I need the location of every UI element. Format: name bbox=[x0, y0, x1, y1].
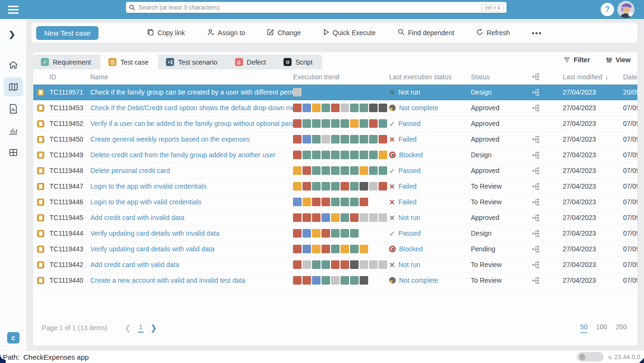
search-input[interactable] bbox=[138, 4, 481, 11]
find-dependent-button[interactable]: Find dependent bbox=[398, 29, 454, 37]
column-header-last-modified[interactable]: Last modified↓ bbox=[563, 73, 623, 81]
sidebar-item-reports[interactable] bbox=[4, 99, 23, 118]
table-row[interactable]: TC1119447Login to the app with invalid c… bbox=[33, 179, 637, 194]
table-row[interactable]: TC1119448Delete personal credit card✓Pas… bbox=[33, 163, 637, 179]
column-header-last-execution-status[interactable]: Last execution status bbox=[389, 73, 471, 81]
hierarchy-cell[interactable] bbox=[532, 151, 563, 159]
tab-test-scenario[interactable]: Test scenario bbox=[158, 55, 227, 69]
hierarchy-cell[interactable] bbox=[532, 229, 563, 238]
assign-to-button[interactable]: Assign to bbox=[207, 29, 245, 37]
current-page-button[interactable]: 1 bbox=[138, 323, 144, 333]
last-execution-status[interactable]: ✓Passed bbox=[389, 167, 471, 174]
last-execution-status[interactable]: ✕Not run bbox=[389, 88, 471, 96]
table-row[interactable]: TC1119449Delete credit card from the fam… bbox=[33, 147, 637, 163]
user-avatar[interactable] bbox=[617, 1, 634, 18]
status-value: To Review bbox=[471, 198, 532, 206]
last-execution-status[interactable]: ✓Passed bbox=[389, 120, 471, 127]
test-case-name-link[interactable]: Delete credit card from the family group… bbox=[90, 151, 275, 159]
prev-page-icon[interactable]: ❮ bbox=[125, 323, 131, 333]
hierarchy-cell[interactable] bbox=[532, 104, 563, 112]
column-header-id[interactable]: ID bbox=[49, 73, 90, 81]
last-execution-status[interactable]: Not complete bbox=[389, 104, 471, 112]
sidebar-item-boards[interactable] bbox=[4, 143, 23, 162]
test-case-name-link[interactable]: Delete personal credit card bbox=[90, 167, 170, 174]
refresh-button[interactable]: Refresh bbox=[476, 29, 510, 37]
last-execution-status[interactable]: ✕Failed bbox=[389, 135, 471, 143]
table-row[interactable]: TC1119442Add credit card with valid data… bbox=[33, 257, 637, 273]
view-button[interactable]: View bbox=[606, 56, 631, 64]
app-logo-icon[interactable]: c bbox=[7, 332, 20, 344]
test-case-name-link[interactable]: Add credit card with valid data bbox=[90, 261, 179, 268]
column-header-name[interactable]: Name bbox=[90, 73, 293, 81]
change-button[interactable]: Change bbox=[267, 29, 301, 37]
test-case-name-link[interactable]: Add credit card with invalid data bbox=[90, 214, 185, 221]
tab-script[interactable]: Script bbox=[276, 55, 322, 69]
page-size-100[interactable]: 100 bbox=[596, 323, 607, 333]
execution-trend bbox=[293, 182, 389, 191]
table-row[interactable]: TC1119450Create general weekly reports b… bbox=[33, 132, 637, 147]
next-page-icon[interactable]: ❯ bbox=[150, 323, 157, 333]
copy-link-button[interactable]: Copy link bbox=[147, 29, 185, 37]
sidebar-item-analytics[interactable] bbox=[4, 121, 23, 140]
trend-square-orange bbox=[312, 245, 321, 253]
last-execution-status[interactable]: Not complete bbox=[389, 277, 471, 284]
table-row[interactable]: TC1119444Verify updating card details wi… bbox=[33, 226, 637, 241]
sidebar-item-test-management[interactable] bbox=[4, 77, 23, 96]
test-case-name-link[interactable]: Login to the app with valid credentials bbox=[90, 198, 201, 206]
test-case-name-link[interactable]: Login to the app with invalid credential… bbox=[90, 182, 206, 190]
column-header-status[interactable]: Status bbox=[471, 73, 532, 81]
trend-square-dark bbox=[379, 104, 387, 112]
last-execution-status[interactable]: ✕Not run bbox=[389, 261, 471, 268]
hierarchy-cell[interactable] bbox=[532, 88, 563, 96]
table-row[interactable]: TC1119445Add credit card with invalid da… bbox=[33, 210, 637, 226]
sidebar-expand-chevron-icon[interactable]: ❯ bbox=[9, 29, 26, 39]
path-value[interactable]: CheckExpenses app bbox=[23, 353, 89, 361]
hierarchy-cell[interactable] bbox=[532, 214, 563, 222]
new-test-case-button[interactable]: New Test case bbox=[36, 26, 98, 40]
last-execution-status[interactable]: ✕Failed bbox=[389, 182, 471, 190]
sidebar-item-home[interactable] bbox=[4, 56, 23, 75]
hierarchy-cell[interactable] bbox=[532, 245, 563, 253]
global-search[interactable]: ctrl + k bbox=[126, 2, 507, 13]
hierarchy-cell[interactable] bbox=[532, 167, 563, 175]
test-case-name-link[interactable]: Check if the family group can be created… bbox=[90, 88, 293, 96]
help-button[interactable]: ? bbox=[601, 3, 614, 16]
tab-test-case[interactable]: Test case bbox=[101, 55, 158, 69]
hierarchy-cell[interactable] bbox=[532, 261, 563, 269]
quick-execute-button[interactable]: Quick Execute bbox=[323, 29, 376, 37]
last-execution-status[interactable]: ✕Failed bbox=[389, 198, 471, 206]
hierarchy-cell[interactable] bbox=[532, 277, 563, 285]
page-size-50[interactable]: 50 bbox=[580, 323, 588, 333]
table-row[interactable]: TC1119571Check if the family group can b… bbox=[33, 85, 637, 100]
filter-button[interactable]: Filter bbox=[564, 56, 590, 64]
more-actions-button[interactable]: ••• bbox=[532, 29, 542, 37]
last-execution-status[interactable]: Blocked bbox=[389, 151, 471, 159]
hierarchy-cell[interactable] bbox=[532, 135, 563, 143]
not-run-x-icon: ✕ bbox=[389, 214, 395, 221]
test-case-name-link[interactable]: Verify updating card details with valid … bbox=[90, 245, 215, 253]
table-row[interactable]: TC1119446Login to the app with valid cre… bbox=[33, 194, 637, 210]
hierarchy-cell[interactable] bbox=[532, 198, 563, 206]
settings-toggle[interactable] bbox=[577, 352, 604, 362]
page-size-200[interactable]: 200 bbox=[616, 323, 627, 333]
test-case-name-link[interactable]: Check if the Debit/Credit card option sh… bbox=[90, 104, 293, 112]
test-case-name-link[interactable]: Create a new account with valid and inva… bbox=[90, 277, 245, 284]
last-execution-status[interactable]: Blocked bbox=[389, 245, 471, 253]
hamburger-menu-icon[interactable] bbox=[0, 0, 27, 19]
last-execution-status[interactable]: ✓Passed bbox=[389, 229, 471, 237]
test-case-name-link[interactable]: Create general weekly reports based on t… bbox=[90, 135, 250, 143]
filter-icon bbox=[564, 57, 570, 63]
table-row[interactable]: TC1119443Verify updating card details wi… bbox=[33, 241, 637, 257]
test-case-name-link[interactable]: Verify updating card details with invali… bbox=[90, 229, 220, 237]
table-row[interactable]: TC1119440Create a new account with valid… bbox=[33, 273, 637, 288]
last-execution-status[interactable]: ✕Not run bbox=[389, 214, 471, 221]
tab-requirement[interactable]: Requirement bbox=[33, 55, 101, 69]
column-header-date[interactable]: Date bbox=[623, 73, 637, 81]
table-row[interactable]: TC1119453Check if the Debit/Credit card … bbox=[33, 100, 637, 116]
column-header-hierarchy[interactable] bbox=[532, 73, 563, 81]
tab-defect[interactable]: Defect bbox=[227, 55, 276, 69]
hierarchy-cell[interactable] bbox=[532, 182, 563, 191]
table-row[interactable]: TC1119452Verify if a user can be added t… bbox=[33, 116, 637, 132]
column-header-execution-trend[interactable]: Execution trend bbox=[293, 73, 389, 81]
test-case-name-link[interactable]: Verify if a user can be added to the fam… bbox=[90, 120, 293, 127]
